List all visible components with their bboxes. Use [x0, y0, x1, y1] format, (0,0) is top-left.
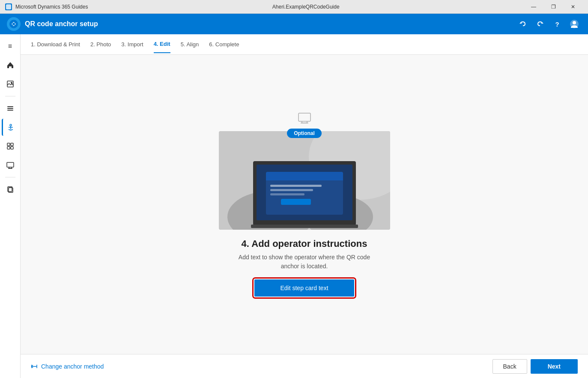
- window-controls: — ❐ ✕: [524, 0, 583, 14]
- minimize-button[interactable]: —: [524, 0, 543, 14]
- main-layout: ≡: [0, 34, 588, 378]
- step-4[interactable]: 4. Edit: [154, 36, 170, 53]
- sidebar-divider-2: [5, 177, 15, 177]
- redo-button[interactable]: [533, 17, 547, 31]
- svg-rect-20: [298, 113, 310, 121]
- restore-button[interactable]: ❐: [543, 0, 563, 14]
- sidebar: ≡: [0, 34, 21, 378]
- sidebar-item-copy[interactable]: [2, 181, 19, 198]
- step-1[interactable]: 1. Download & Print: [31, 36, 80, 53]
- profile-button[interactable]: [567, 17, 581, 31]
- svg-rect-15: [7, 147, 10, 149]
- svg-rect-29: [266, 177, 343, 180]
- footer: Change anchor method Back Next: [21, 354, 588, 378]
- svg-rect-32: [270, 193, 304, 195]
- step-description: Add text to show the operator where the …: [230, 253, 379, 271]
- svg-rect-14: [11, 143, 13, 146]
- step-2[interactable]: 2. Photo: [90, 36, 111, 53]
- step-illustration: [219, 131, 390, 230]
- app-icon: [5, 3, 12, 10]
- sidebar-item-anchor[interactable]: [2, 119, 19, 136]
- change-anchor-link[interactable]: Change anchor method: [31, 363, 104, 370]
- svg-rect-13: [7, 143, 10, 146]
- svg-point-12: [10, 124, 12, 126]
- app-header-left: QR code anchor setup: [7, 17, 98, 31]
- sidebar-item-image[interactable]: [2, 75, 19, 93]
- step-6[interactable]: 6. Complete: [209, 36, 239, 53]
- sidebar-item-display[interactable]: [2, 156, 19, 174]
- title-bar: Microsoft Dynamics 365 Guides Aheri.Exam…: [0, 0, 588, 14]
- svg-rect-31: [270, 189, 313, 191]
- svg-point-8: [11, 82, 12, 84]
- content-area: 1. Download & Print 2. Photo 3. Import 4…: [21, 34, 588, 378]
- change-anchor-label: Change anchor method: [41, 363, 104, 370]
- sidebar-item-home[interactable]: [2, 57, 19, 74]
- next-button[interactable]: Next: [531, 359, 578, 374]
- close-button[interactable]: ✕: [563, 0, 583, 14]
- sidebar-divider-1: [5, 96, 15, 96]
- back-button[interactable]: Back: [492, 359, 527, 374]
- step-3[interactable]: 3. Import: [121, 36, 143, 53]
- document-title: Aheri.ExampleQRCodeGuide: [272, 4, 340, 10]
- svg-rect-10: [7, 108, 13, 109]
- svg-point-6: [573, 21, 576, 24]
- steps-nav: 1. Download & Print 2. Photo 3. Import 4…: [21, 34, 588, 55]
- monitor-icon: [298, 112, 311, 127]
- step-5[interactable]: 5. Align: [181, 36, 199, 53]
- svg-point-2: [12, 23, 15, 25]
- app-logo: [7, 17, 21, 31]
- svg-rect-9: [7, 106, 13, 107]
- sidebar-item-menu[interactable]: ≡: [2, 38, 19, 55]
- optional-badge: Optional: [287, 129, 322, 138]
- app-header-title: QR code anchor setup: [25, 20, 98, 28]
- sidebar-item-list[interactable]: [2, 100, 19, 117]
- svg-rect-33: [281, 199, 311, 205]
- footer-buttons: Back Next: [492, 359, 578, 374]
- svg-rect-30: [270, 185, 322, 187]
- undo-button[interactable]: [516, 17, 530, 31]
- step-heading: 4. Add operator instructions: [242, 238, 367, 249]
- content-card: Optional: [197, 112, 412, 297]
- app-header-right: ?: [516, 17, 581, 31]
- main-content: Optional: [21, 55, 588, 354]
- menu-icon: ≡: [8, 42, 12, 50]
- svg-rect-0: [6, 4, 11, 9]
- sidebar-item-grid[interactable]: [2, 138, 19, 155]
- svg-rect-16: [11, 147, 13, 149]
- title-bar-left: Microsoft Dynamics 365 Guides: [5, 3, 88, 10]
- app-name: Microsoft Dynamics 365 Guides: [15, 4, 88, 10]
- svg-rect-17: [7, 162, 14, 167]
- edit-step-card-button[interactable]: Edit step card text: [254, 279, 354, 297]
- app-header: QR code anchor setup ?: [0, 14, 588, 34]
- svg-rect-34: [251, 225, 358, 228]
- help-button[interactable]: ?: [550, 17, 564, 31]
- svg-rect-11: [7, 110, 13, 111]
